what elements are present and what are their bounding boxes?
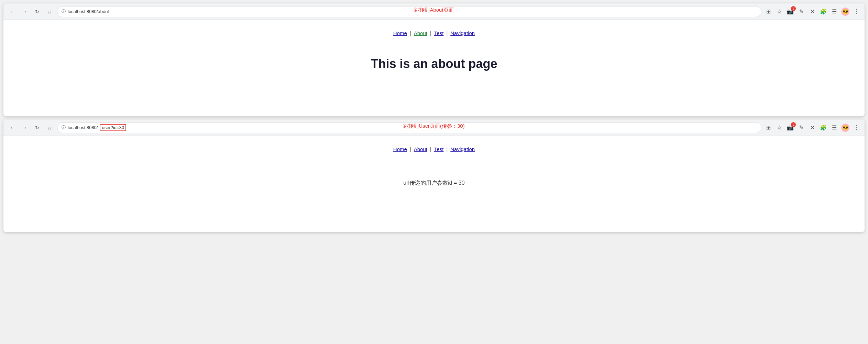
url-highlight-2: user?id=30 — [100, 124, 126, 131]
translate-icon-1[interactable]: ⊞ — [764, 8, 772, 16]
list-icon-2[interactable]: ☰ — [830, 124, 838, 132]
nav-navigation-2[interactable]: Navigation — [448, 146, 477, 152]
reload-icon-2: ↻ — [35, 125, 39, 130]
address-bar-2[interactable]: ⓘ localhost:8080/ user?id=30 — [57, 122, 761, 133]
edit-icon-2[interactable]: ✎ — [797, 124, 805, 132]
page-content-2: Home | About | Test | Navigation url传递的用… — [3, 136, 865, 232]
star-icon-2: ☆ — [777, 124, 782, 131]
page-heading-1: This is an about page — [371, 57, 497, 71]
page-content-1: Home | About | Test | Navigation This is… — [3, 20, 865, 116]
home-icon-2: ⌂ — [48, 125, 51, 130]
forward-icon-2: → — [22, 125, 27, 130]
forward-button-1[interactable]: → — [20, 7, 30, 16]
puzzle-icon-1[interactable]: 🧩 — [819, 8, 827, 16]
url-prefix-2: localhost:8080/ — [68, 125, 98, 130]
info-icon-2: ⓘ — [62, 125, 66, 130]
more-icon-1[interactable]: ⋮ — [852, 8, 860, 16]
forward-icon: → — [22, 9, 27, 14]
nav-links-1: Home | About | Test | Navigation — [391, 30, 477, 36]
home-button-1[interactable]: ⌂ — [45, 7, 54, 16]
forward-button-2[interactable]: → — [20, 123, 30, 133]
browser-window-1: ← → ↻ ⌂ ⓘ localhost:8080/about ⊞ ☆ 📷 2 — [3, 3, 865, 116]
edit-icon-1[interactable]: ✎ — [797, 8, 805, 16]
list-icon-1[interactable]: ☰ — [830, 8, 838, 16]
browser-window-2: ← → ↻ ⌂ ⓘ localhost:8080/ user?id=30 ⊞ ☆… — [3, 119, 865, 232]
star-icon-2[interactable]: ☆ — [775, 124, 783, 132]
star-icon-1[interactable]: ☆ — [775, 8, 783, 16]
badge-1: 2 — [791, 6, 796, 11]
back-icon: ← — [10, 9, 15, 14]
avatar-1: 😎 — [841, 8, 849, 16]
url-text-1: localhost:8080/about — [68, 9, 757, 14]
toolbar-right-2: ⊞ ☆ 📷 2 ✎ ✕ 🧩 ☰ 😎 ⋮ — [764, 124, 860, 132]
toolbar-2: ← → ↻ ⌂ ⓘ localhost:8080/ user?id=30 ⊞ ☆… — [3, 119, 865, 136]
home-icon: ⌂ — [48, 9, 51, 14]
nav-about-1[interactable]: About — [411, 30, 430, 36]
back-button-2[interactable]: ← — [8, 123, 17, 133]
nav-test-1[interactable]: Test — [431, 30, 447, 36]
back-button-1[interactable]: ← — [8, 7, 17, 16]
nav-home-1[interactable]: Home — [391, 30, 410, 36]
camera-icon-2[interactable]: 📷 2 — [786, 124, 794, 132]
address-bar-1[interactable]: ⓘ localhost:8080/about — [57, 6, 761, 17]
reload-icon: ↻ — [35, 9, 39, 14]
puzzle-icon-2[interactable]: 🧩 — [819, 124, 827, 132]
nav-test-2[interactable]: Test — [431, 146, 447, 152]
avatar-2: 😎 — [841, 124, 849, 132]
nav-navigation-1[interactable]: Navigation — [448, 30, 477, 36]
toolbar-right-1: ⊞ ☆ 📷 2 ✎ ✕ 🧩 ☰ 😎 ⋮ — [764, 8, 860, 16]
more-icon-2[interactable]: ⋮ — [852, 124, 860, 132]
camera-icon-1[interactable]: 📷 2 — [786, 8, 794, 16]
star-icon: ☆ — [777, 8, 782, 15]
toolbar-1: ← → ↻ ⌂ ⓘ localhost:8080/about ⊞ ☆ 📷 2 — [3, 3, 865, 20]
back-icon-2: ← — [10, 125, 15, 130]
reload-button-2[interactable]: ↻ — [32, 123, 42, 133]
nav-home-2[interactable]: Home — [391, 146, 410, 152]
nav-about-2[interactable]: About — [411, 146, 430, 152]
reload-button-1[interactable]: ↻ — [32, 7, 42, 16]
badge-2: 2 — [791, 122, 796, 127]
home-button-2[interactable]: ⌂ — [45, 123, 54, 133]
page-body-2: url传递的用户参数id = 30 — [403, 180, 464, 187]
nav-links-2: Home | About | Test | Navigation — [391, 146, 477, 152]
translate-icon-2[interactable]: ⊞ — [764, 124, 772, 132]
info-icon-1: ⓘ — [62, 9, 66, 14]
x-icon-2[interactable]: ✕ — [808, 124, 816, 132]
x-icon-1[interactable]: ✕ — [808, 8, 816, 16]
